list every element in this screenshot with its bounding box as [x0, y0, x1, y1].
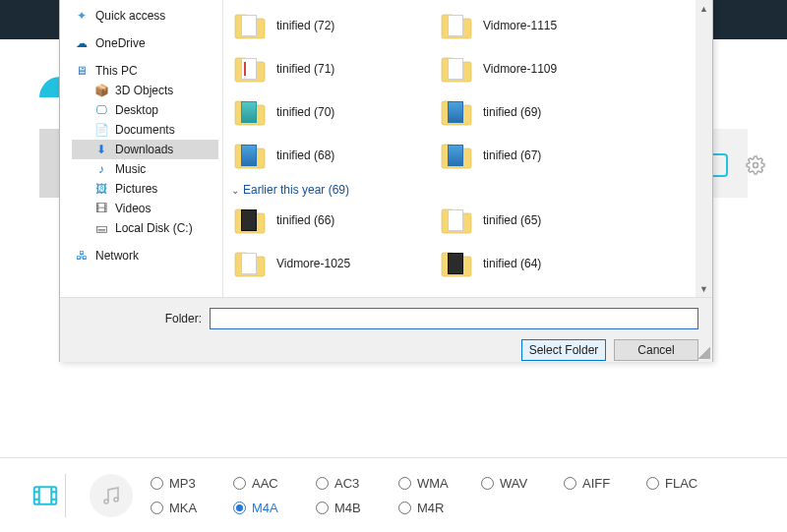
format-option-flac[interactable]: FLAC	[646, 476, 729, 491]
folder-item[interactable]: tinified (69)	[436, 90, 642, 134]
svg-point-0	[754, 163, 758, 168]
tree-quick-access[interactable]: ✦ Quick access	[72, 6, 222, 26]
folder-item[interactable]: tinified (67)	[436, 134, 642, 177]
format-label: FLAC	[665, 476, 697, 491]
folder-name: tinified (70)	[276, 105, 334, 119]
folder-item[interactable]: Vidmore-1109	[436, 47, 642, 90]
svg-rect-1	[34, 487, 57, 504]
format-option-m4b[interactable]: M4B	[316, 501, 398, 515]
folder-item[interactable]: tinified (65)	[436, 199, 642, 242]
group-label: Earlier this year (69)	[243, 183, 349, 197]
folder-input[interactable]	[210, 308, 698, 329]
video-formats-icon[interactable]	[28, 478, 63, 513]
folder-thumb-icon	[440, 52, 473, 86]
format-label: MKA	[169, 501, 197, 515]
tree-label: OneDrive	[95, 36, 146, 50]
radio-icon	[233, 502, 246, 514]
radio-icon	[316, 477, 329, 490]
folder-name: tinified (67)	[483, 148, 541, 162]
format-option-m4r[interactable]: M4R	[398, 501, 481, 515]
scroll-up-icon[interactable]: ▲	[696, 0, 712, 17]
tree-label: Downloads	[115, 143, 173, 156]
tree-label: Network	[95, 249, 139, 263]
radio-icon	[151, 477, 163, 490]
folder-item[interactable]: Vidmore-1115	[436, 4, 642, 47]
dialog-footer: Folder: Select Folder Cancel	[60, 297, 712, 362]
folder-thumb-icon	[233, 95, 267, 129]
folder-item[interactable]: tinified (70)	[229, 90, 436, 134]
group-header-earlier[interactable]: ⌄Earlier this year (69)	[229, 177, 704, 199]
scroll-down-icon[interactable]: ▼	[696, 280, 712, 297]
tree-item-videos[interactable]: 🎞Videos	[72, 199, 222, 218]
this-pc-icon: 🖥	[74, 63, 90, 79]
folder-icon: 🖼	[93, 181, 109, 197]
settings-icon[interactable]	[746, 155, 765, 180]
folder-icon: 🎞	[93, 201, 109, 216]
tree-item-3d-objects[interactable]: 📦3D Objects	[72, 81, 222, 100]
format-label: AC3	[334, 476, 359, 491]
svg-point-8	[104, 500, 108, 503]
tree-network[interactable]: 🖧 Network	[72, 246, 222, 266]
folder-name: tinified (69)	[483, 105, 541, 119]
folder-thumb-icon	[440, 204, 473, 237]
format-label: MP3	[169, 476, 196, 491]
tree-onedrive[interactable]: ☁ OneDrive	[72, 33, 222, 53]
folder-icon: ♪	[93, 161, 109, 177]
folder-label: Folder:	[74, 312, 202, 325]
radio-icon	[481, 477, 494, 490]
folder-item[interactable]: tinified (71)	[229, 47, 436, 90]
tree-item-music[interactable]: ♪Music	[72, 159, 222, 179]
format-option-aiff[interactable]: AIFF	[564, 476, 646, 491]
tree-item-documents[interactable]: 📄Documents	[72, 120, 222, 140]
network-icon: 🖧	[74, 248, 90, 264]
format-option-m4a[interactable]: M4A	[233, 501, 316, 515]
format-option-mp3[interactable]: MP3	[151, 476, 233, 491]
select-folder-button[interactable]: Select Folder	[521, 339, 606, 361]
onedrive-icon: ☁	[74, 35, 90, 51]
radio-icon	[646, 477, 659, 490]
background-toolbar-edge	[39, 129, 59, 198]
format-label: M4A	[252, 501, 278, 515]
folder-item[interactable]: tinified (64)	[436, 242, 642, 285]
format-label: AAC	[252, 476, 278, 491]
folder-thumb-icon	[233, 139, 267, 172]
tree-item-desktop[interactable]: 🖵Desktop	[72, 100, 222, 120]
resize-grip-icon[interactable]	[698, 347, 710, 359]
folder-item[interactable]: Vidmore-1025	[229, 242, 436, 285]
folder-name: Vidmore-1115	[483, 19, 557, 32]
folder-name: Vidmore-1109	[483, 62, 557, 76]
divider	[65, 474, 66, 517]
tree-label: Music	[115, 162, 146, 176]
folder-name: tinified (64)	[483, 257, 541, 270]
tree-item-downloads[interactable]: ⬇Downloads	[72, 140, 218, 159]
folder-thumb-icon	[440, 247, 473, 280]
folder-item[interactable]: tinified (66)	[229, 199, 436, 242]
folder-item[interactable]: tinified (68)	[229, 134, 436, 177]
tree-item-local-disk-c-[interactable]: 🖴Local Disk (C:)	[72, 218, 222, 238]
cancel-button[interactable]: Cancel	[614, 339, 698, 361]
tree-label: Quick access	[95, 9, 165, 23]
file-list-pane: tinified (72) Vidmore-1115 tinified (71)…	[223, 0, 712, 297]
format-option-mka[interactable]: MKA	[151, 501, 233, 515]
tree-this-pc[interactable]: 🖥 This PC	[72, 61, 222, 81]
tree-label: Pictures	[115, 182, 157, 196]
scrollbar-vertical[interactable]: ▲ ▼	[696, 0, 712, 297]
tree-label: 3D Objects	[115, 84, 173, 97]
folder-icon: 📦	[93, 83, 109, 98]
tree-label: This PC	[95, 64, 138, 78]
format-option-aac[interactable]: AAC	[233, 476, 316, 491]
format-option-wav[interactable]: WAV	[481, 476, 564, 491]
format-option-wma[interactable]: WMA	[398, 476, 481, 491]
audio-formats-icon[interactable]	[90, 474, 133, 517]
navigation-tree: ✦ Quick access ☁ OneDrive 🖥 This PC 📦3D …	[60, 0, 223, 297]
folder-name: Vidmore-1025	[276, 257, 350, 270]
format-label: WMA	[417, 476, 449, 491]
tree-item-pictures[interactable]: 🖼Pictures	[72, 179, 222, 199]
format-option-ac3[interactable]: AC3	[316, 476, 398, 491]
folder-name: tinified (65)	[483, 213, 541, 227]
tree-label: Local Disk (C:)	[115, 221, 193, 235]
format-label: WAV	[500, 476, 527, 491]
folder-item[interactable]: tinified (72)	[229, 4, 436, 47]
svg-point-9	[114, 498, 118, 502]
folder-name: tinified (71)	[276, 62, 334, 76]
